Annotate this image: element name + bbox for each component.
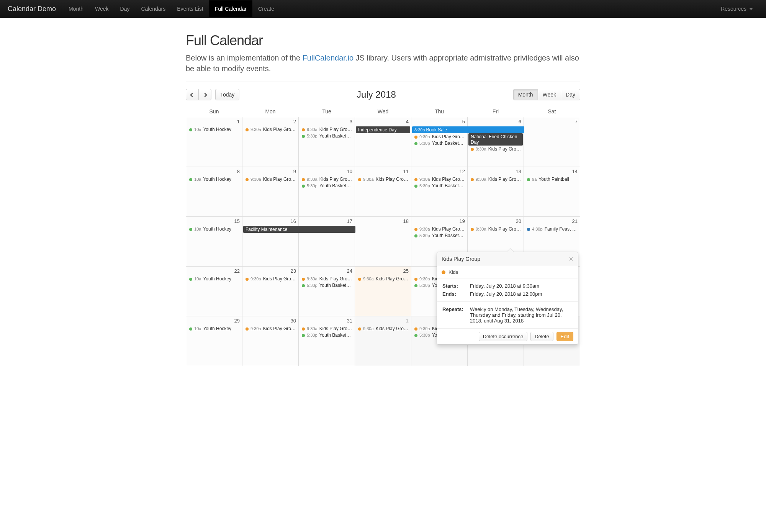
event-title: Kids Play Group — [488, 226, 522, 232]
day-cell[interactable]: 16Facility Maintenance — [242, 217, 299, 267]
event[interactable]: 4:30p Family Feast Gathering — [525, 226, 579, 232]
event[interactable]: 5:30p Youth Basketball — [412, 183, 466, 189]
event[interactable]: 9:30a Kids Play Group — [412, 226, 466, 232]
event-title: Kids Play Group — [376, 326, 409, 331]
close-icon[interactable]: × — [569, 255, 573, 263]
nav-item-full-calendar[interactable]: Full Calendar — [209, 0, 252, 17]
day-cell[interactable]: 17 — [299, 217, 355, 267]
event[interactable]: 9:30a Kids Play Group — [243, 326, 298, 332]
event[interactable]: 9:30a Kids Play Group — [468, 226, 523, 232]
view-day-button[interactable]: Day — [561, 89, 580, 100]
day-cell[interactable]: 6National Fried Chicken Day 9:30a Kids P… — [468, 117, 524, 167]
edit-button[interactable]: Edit — [556, 332, 573, 341]
nav-item-events-list[interactable]: Events List — [171, 0, 209, 17]
popover-header: Kids Play Group × — [437, 252, 578, 266]
event[interactable]: 10a Youth Hockey — [187, 176, 241, 182]
starts-label: Starts: — [442, 282, 469, 290]
event-title: Youth Basketball — [319, 332, 354, 338]
event-dot-icon — [414, 228, 417, 231]
event[interactable]: 10a Youth Hockey — [187, 226, 241, 232]
event[interactable]: 9a Youth Paintball — [525, 176, 579, 182]
event[interactable]: 9:30a Kids Play Group — [300, 276, 354, 282]
event-dot-icon — [189, 327, 192, 331]
event[interactable]: 9:30a Kids Play Group — [468, 176, 523, 182]
nav-item-day[interactable]: Day — [115, 0, 136, 17]
day-cell[interactable]: 3 9:30a Kids Play Group 5:30p Youth Bask… — [299, 117, 355, 167]
today-button[interactable]: Today — [215, 89, 239, 100]
day-cell[interactable]: 29 10a Youth Hockey — [186, 316, 242, 366]
day-cell[interactable]: 13 9:30a Kids Play Group — [468, 167, 524, 217]
nav-item-calendars[interactable]: Calendars — [135, 0, 171, 17]
nav-item-month[interactable]: Month — [63, 0, 89, 17]
event[interactable]: 9:30a Kids Play Group — [356, 176, 410, 182]
day-cell[interactable]: 23 9:30a Kids Play Group — [242, 267, 299, 316]
event[interactable]: 9:30a Kids Play Group — [243, 276, 298, 282]
day-cell[interactable]: 9 9:30a Kids Play Group — [242, 167, 299, 217]
day-number: 3 — [299, 117, 355, 126]
event[interactable]: 5:30p Youth Basketball — [300, 183, 354, 189]
event[interactable]: 9:30a Kids Play Group — [243, 176, 298, 182]
delete-occurrence-button[interactable]: Delete occurrence — [479, 332, 528, 341]
event[interactable]: 9:30a Kids Play Group — [412, 176, 466, 182]
prev-button[interactable] — [186, 89, 199, 100]
event[interactable]: 10a Youth Hockey — [187, 326, 241, 332]
day-header: Mon — [242, 106, 299, 117]
event[interactable]: 9:30a Kids Play Group — [243, 126, 298, 133]
event[interactable]: 5:30p Youth Basketball — [412, 140, 466, 146]
day-cell[interactable]: 4Independence Day — [355, 117, 411, 167]
event-bar[interactable]: Independence Day — [356, 126, 410, 133]
day-cell[interactable]: 10 9:30a Kids Play Group 5:30p Youth Bas… — [299, 167, 355, 217]
delete-button[interactable]: Delete — [530, 332, 553, 341]
event[interactable]: 5:30p Youth Basketball — [300, 133, 354, 139]
event-dot-icon — [246, 327, 249, 331]
day-cell[interactable]: 1 9:30a Kids Play Group — [355, 316, 411, 366]
day-cell[interactable]: 1 10a Youth Hockey — [186, 117, 242, 167]
event-time: 5:30p — [306, 134, 319, 138]
day-cell[interactable]: 18 — [355, 217, 411, 267]
day-cell[interactable]: 31 9:30a Kids Play Group 5:30p Youth Bas… — [299, 316, 355, 366]
day-cell[interactable]: 30 9:30a Kids Play Group — [242, 316, 299, 366]
view-week-button[interactable]: Week — [538, 89, 561, 100]
event[interactable]: 9:30a Kids Play Group — [412, 134, 466, 140]
day-cell[interactable]: 2 9:30a Kids Play Group — [242, 117, 299, 167]
event-bar[interactable]: 8:30a Book Sale — [412, 126, 524, 133]
calendar-title: July 2018 — [239, 89, 513, 100]
event-time: 9:30a — [362, 326, 375, 331]
event[interactable]: 9:30a Kids Play Group — [300, 126, 354, 133]
nav-item-create[interactable]: Create — [252, 0, 280, 17]
day-cell[interactable]: 12 9:30a Kids Play Group 5:30p Youth Bas… — [411, 167, 468, 217]
day-number: 2 — [242, 117, 298, 126]
day-cell[interactable]: 8 10a Youth Hockey — [186, 167, 242, 217]
day-cell[interactable]: 14 9a Youth Paintball — [524, 167, 580, 217]
day-cell[interactable]: 22 10a Youth Hockey — [186, 267, 242, 316]
event[interactable]: 5:30p Youth Basketball — [300, 332, 354, 338]
day-cell[interactable]: 15 10a Youth Hockey — [186, 217, 242, 267]
event-bar[interactable]: Facility Maintenance — [243, 226, 355, 233]
event-bar[interactable]: National Fried Chicken Day — [468, 133, 523, 146]
event[interactable]: 10a Youth Hockey — [187, 276, 241, 282]
fullcalendar-link[interactable]: FullCalendar.io — [303, 54, 354, 62]
event[interactable]: 9:30a Kids Play Group — [300, 326, 354, 332]
event-title: Kids Play Group — [319, 326, 353, 331]
nav-item-week[interactable]: Week — [89, 0, 115, 17]
event[interactable]: 5:30p Youth Basketball — [412, 232, 466, 239]
nav-resources[interactable]: Resources — [715, 0, 758, 17]
event[interactable]: 5:30p Youth Basketball — [300, 282, 354, 288]
next-button[interactable] — [198, 89, 211, 100]
day-cell[interactable]: 11 9:30a Kids Play Group — [355, 167, 411, 217]
brand[interactable]: Calendar Demo — [8, 5, 63, 13]
ends-value: Friday, July 20, 2018 at 12:00pm — [470, 290, 542, 298]
event[interactable]: 9:30a Kids Play Group — [356, 326, 410, 332]
event-time: 9:30a — [418, 326, 431, 331]
event-dot-icon — [302, 178, 305, 181]
day-cell[interactable]: 58:30a Book Sale 9:30a Kids Play Group 5… — [411, 117, 468, 167]
day-cell[interactable]: 25 9:30a Kids Play Group — [355, 267, 411, 316]
view-month-button[interactable]: Month — [513, 89, 538, 100]
day-cell[interactable]: 7 — [524, 117, 580, 167]
event[interactable]: 9:30a Kids Play Group — [356, 276, 410, 282]
event-time: 9:30a — [418, 227, 431, 231]
event[interactable]: 10a Youth Hockey — [187, 126, 241, 133]
event[interactable]: 9:30a Kids Play Group — [468, 146, 523, 152]
event[interactable]: 9:30a Kids Play Group — [300, 176, 354, 182]
day-cell[interactable]: 24 9:30a Kids Play Group 5:30p Youth Bas… — [299, 267, 355, 316]
